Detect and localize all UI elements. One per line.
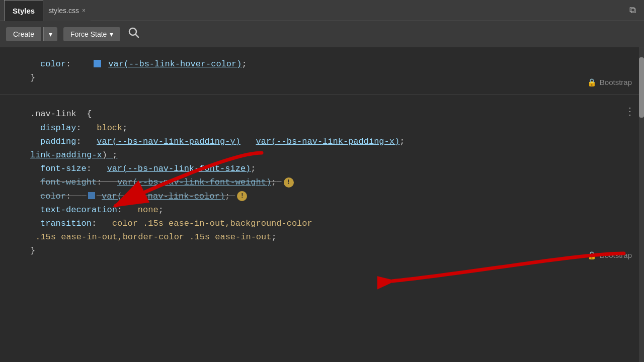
code-line-transition: transition: color .15s ease-in-out,backg…: [20, 217, 634, 230]
color-swatch-nav: [88, 192, 95, 199]
create-dropdown-button[interactable]: ▾: [43, 27, 57, 41]
code-line-color: color: var(--bs-link-hover-color);: [20, 57, 634, 71]
lock-icon-1: 🔒: [587, 76, 597, 88]
css-var-link-hover: var(--bs-link-hover-color): [108, 59, 242, 69]
force-state-label: Force State: [70, 30, 107, 38]
toolbar: Create ▾ Force State ▾: [0, 21, 644, 47]
tab-styles-css[interactable]: styles.css ×: [43, 0, 91, 21]
code-line-brace-1: }: [20, 71, 634, 84]
scrollbar-thumb[interactable]: [639, 57, 644, 118]
force-state-button[interactable]: Force State ▾: [63, 27, 120, 41]
code-line-padding: padding: var(--bs-nav-link-padding-y) va…: [20, 135, 634, 148]
source-label-1: 🔒 Bootstrap: [587, 76, 632, 88]
svg-line-1: [136, 35, 139, 38]
tab-bar: Styles styles.css × ⧉: [0, 0, 644, 21]
warn-icon-color: !: [237, 191, 247, 201]
code-line-transition-2: .15s ease-in-out,border-color .15s ease-…: [20, 230, 634, 244]
three-dot-menu[interactable]: ⋮: [625, 103, 635, 119]
source-text-1: Bootstrap: [600, 76, 632, 88]
force-state-arrow: ▾: [110, 30, 113, 38]
code-line-textdecoration: text-decoration: none;: [20, 203, 634, 217]
scrollbar-track[interactable]: [639, 47, 644, 362]
copy-icon[interactable]: ⧉: [625, 4, 640, 18]
code-block-nav-link: .nav-link { ⋮ display: block; padding: v…: [0, 95, 644, 267]
create-button[interactable]: Create: [6, 27, 41, 41]
code-line-color-nav: color: var(--bs-nav-link-color); !: [20, 190, 634, 203]
lock-icon-2: 🔒: [587, 249, 597, 261]
code-line-padding-continued: link-padding-x) ;: [20, 148, 634, 162]
tab-close-icon[interactable]: ×: [82, 7, 86, 14]
tab-styles-css-label: styles.css: [48, 7, 79, 15]
prop-color-1: color: [40, 59, 66, 69]
code-line-brace-2: }: [20, 244, 634, 257]
code-area: color: var(--bs-link-hover-color); } 🔒 B…: [0, 47, 644, 362]
selector-nav-link: .nav-link: [30, 109, 76, 119]
color-swatch-1: [94, 60, 101, 67]
styles-panel: Styles styles.css × ⧉ Create ▾ Force Sta…: [0, 0, 644, 362]
warn-icon-fontweight: !: [284, 177, 294, 188]
code-line-display: display: block;: [20, 121, 634, 135]
search-button[interactable]: [124, 25, 143, 43]
tab-styles[interactable]: Styles: [4, 0, 43, 21]
tab-styles-label: Styles: [13, 7, 35, 15]
tabs-left: Styles styles.css ×: [4, 0, 91, 21]
code-line-selector: .nav-link {: [20, 107, 634, 121]
search-icon: [128, 27, 139, 38]
tabs-right: ⧉: [625, 4, 640, 18]
code-block-first: color: var(--bs-link-hover-color); } 🔒 B…: [0, 47, 644, 95]
code-line-fontweight: font-weight: var(--bs-nav-link-font-weig…: [20, 175, 634, 189]
source-label-2: 🔒 Bootstrap: [587, 249, 632, 261]
source-text-2: Bootstrap: [600, 249, 632, 261]
code-line-fontsize: font-size: var(--bs-nav-link-font-size);: [20, 162, 634, 175]
